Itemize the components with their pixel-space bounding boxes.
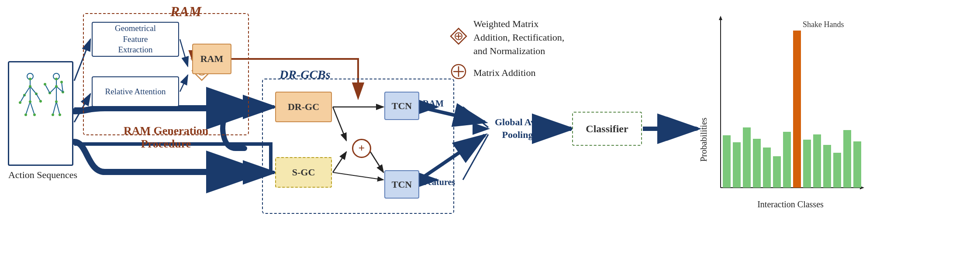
svg-point-60 — [60, 81, 63, 83]
svg-point-55 — [52, 113, 54, 116]
svg-rect-89 — [853, 141, 861, 188]
svg-line-16 — [463, 107, 488, 127]
legend-weighted-item: Weighted MatrixAddition, Rectification,a… — [450, 17, 668, 58]
s-gc-box: S-GC — [275, 157, 332, 188]
svg-point-39 — [33, 113, 36, 116]
svg-point-51 — [55, 85, 58, 88]
dr-gcbs-label: DR-GCBs — [280, 68, 331, 82]
svg-rect-88 — [843, 130, 851, 188]
legend-matrix-addition-label: Matrix Addition — [473, 67, 535, 79]
legend-weighted-label: Weighted MatrixAddition, Rectification,a… — [473, 17, 564, 58]
svg-rect-79 — [753, 139, 761, 188]
ram-title: RAM — [170, 3, 201, 20]
svg-line-57 — [45, 84, 50, 93]
action-sequences-label: Action Sequences — [8, 169, 78, 181]
diagram-container: Action Sequences RAM Generation Procedur… — [0, 0, 980, 254]
weighted-matrix-icon — [450, 27, 467, 48]
global-avg-pooling: Global Avg Pooling — [489, 109, 546, 148]
svg-point-56 — [59, 113, 61, 116]
svg-rect-87 — [833, 153, 841, 188]
svg-rect-78 — [743, 127, 751, 188]
svg-line-29 — [30, 86, 36, 94]
tcn-ram-label: RAM — [423, 99, 444, 109]
svg-point-50 — [55, 78, 58, 80]
svg-point-38 — [24, 113, 27, 116]
svg-line-48 — [56, 102, 60, 115]
ram-generation-label: RAM Generation Procedure — [85, 124, 247, 151]
skeleton-box — [8, 61, 73, 166]
x-axis-label: Interaction Classes — [757, 199, 824, 209]
bar-chart-area: Shake Hands Probabilities Interaction Cl… — [699, 13, 865, 223]
rel-attention-box: Relative Attention — [92, 76, 179, 107]
svg-rect-85 — [813, 134, 821, 188]
svg-point-54 — [55, 100, 58, 103]
svg-line-30 — [26, 102, 30, 115]
svg-rect-77 — [733, 142, 741, 188]
action-sequences-section: Action Sequences — [8, 61, 78, 183]
svg-rect-84 — [803, 140, 811, 188]
svg-point-58 — [44, 83, 46, 86]
svg-rect-82 — [783, 132, 791, 188]
y-axis-label: Probabilities — [699, 117, 708, 161]
skeleton-svg — [9, 62, 73, 166]
svg-marker-74 — [719, 16, 722, 20]
svg-rect-76 — [723, 135, 731, 188]
legend-area: Weighted MatrixAddition, Rectification,a… — [450, 17, 668, 87]
svg-line-47 — [53, 102, 56, 115]
probability-chart: Shake Hands Probabilities Interaction Cl… — [699, 13, 865, 223]
legend-matrix-addition-item: Matrix Addition — [450, 63, 668, 83]
tcn-top-box: TCN — [384, 92, 419, 120]
ram-block: RAM — [192, 44, 231, 74]
svg-line-45 — [50, 86, 56, 93]
svg-rect-83 — [793, 31, 801, 188]
matrix-addition-icon — [450, 63, 467, 83]
shake-hands-text: Shake Hands — [803, 20, 844, 29]
dr-gc-box: DR-GC — [275, 92, 332, 122]
svg-line-28 — [24, 86, 30, 95]
svg-point-43 — [39, 100, 42, 103]
svg-rect-81 — [773, 156, 781, 188]
svg-point-33 — [29, 78, 31, 80]
svg-rect-80 — [763, 148, 771, 188]
geo-feature-box: GeometricalFeatureExtraction — [92, 22, 179, 57]
tcn-features-label: Features — [423, 177, 455, 187]
geo-feature-label: GeometricalFeatureExtraction — [115, 23, 156, 55]
classifier-box: Classifier — [572, 112, 642, 146]
svg-point-34 — [29, 85, 31, 88]
svg-line-17 — [463, 134, 488, 180]
svg-line-31 — [30, 102, 35, 115]
tcn-bottom-box: TCN — [384, 170, 419, 199]
svg-rect-86 — [823, 145, 831, 188]
matrix-addition-symbol: + — [352, 139, 371, 158]
rel-attention-label: Relative Attention — [105, 87, 166, 96]
svg-point-37 — [29, 100, 31, 103]
svg-point-41 — [19, 101, 21, 104]
